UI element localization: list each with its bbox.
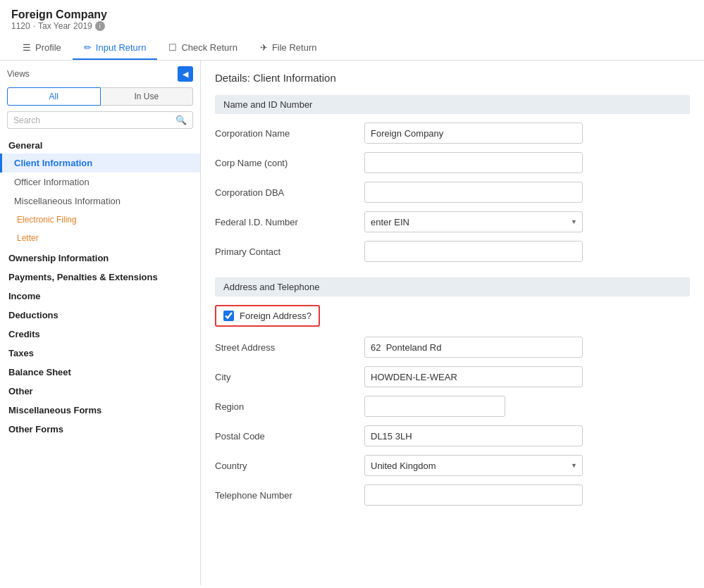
tab-input-return[interactable]: ✏ Input Return	[73, 37, 158, 60]
corp-name-input[interactable]	[364, 123, 583, 144]
main-tabs: ☰ Profile ✏ Input Return ☐ Check Return …	[11, 37, 693, 60]
corp-dba-input[interactable]	[364, 182, 583, 203]
foreign-address-checkbox[interactable]	[223, 311, 234, 321]
sidebar-scroll: General Client Information Officer Infor…	[0, 135, 200, 585]
postal-code-label: Postal Code	[215, 431, 356, 442]
sidebar-section-balance-sheet: Balance Sheet	[0, 361, 200, 380]
telephone-label: Telephone Number	[215, 490, 356, 501]
region-label: Region	[215, 401, 356, 412]
region-input[interactable]	[364, 396, 505, 417]
input-return-tab-icon: ✏	[84, 42, 92, 53]
corp-dba-row: Corporation DBA	[215, 182, 690, 203]
file-return-tab-icon: ✈	[260, 42, 268, 53]
views-toggle-button[interactable]: ◀	[178, 66, 193, 82]
sidebar-item-letter[interactable]: Letter	[0, 229, 200, 247]
street-address-row: Street Address	[215, 337, 690, 358]
tax-year-label: Tax Year	[38, 21, 70, 31]
views-tabs: All In Use	[0, 87, 200, 111]
info-icon[interactable]: i	[95, 21, 105, 31]
sidebar-section-other-forms: Other Forms	[0, 418, 200, 437]
details-section-title: Details: Client Information	[215, 72, 690, 84]
search-input[interactable]	[13, 115, 171, 125]
profile-tab-icon: ☰	[23, 42, 31, 53]
country-wrapper: United Kingdom United States Canada Aust…	[364, 455, 583, 476]
views-tab-all[interactable]: All	[7, 87, 101, 106]
telephone-input[interactable]	[364, 484, 583, 506]
sidebar-section-ownership: Ownership Information	[0, 247, 200, 266]
sidebar-item-client-info[interactable]: Client Information	[0, 154, 200, 173]
postal-code-row: Postal Code	[215, 425, 690, 446]
main-layout: Views ◀ All In Use 🔍 General Client Info…	[0, 61, 704, 585]
sidebar-section-taxes: Taxes	[0, 342, 200, 361]
name-id-section-header: Name and ID Number	[215, 95, 690, 114]
primary-contact-row: Primary Contact	[215, 241, 690, 262]
tab-file-return[interactable]: ✈ File Return	[249, 37, 328, 60]
sidebar-section-deductions: Deductions	[0, 304, 200, 323]
check-return-tab-label: Check Return	[181, 42, 237, 53]
tab-check-return[interactable]: ☐ Check Return	[157, 37, 248, 60]
form-number: 1120	[11, 21, 30, 31]
sidebar-section-income: Income	[0, 285, 200, 304]
foreign-address-label[interactable]: Foreign Address?	[240, 311, 311, 321]
city-row: City	[215, 366, 690, 387]
country-row: Country United Kingdom United States Can…	[215, 455, 690, 476]
country-select[interactable]: United Kingdom United States Canada Aust…	[364, 455, 583, 476]
sidebar-item-officer-info[interactable]: Officer Information	[0, 173, 200, 192]
search-box: 🔍	[7, 111, 193, 129]
sidebar: Views ◀ All In Use 🔍 General Client Info…	[0, 61, 201, 585]
input-return-tab-label: Input Return	[96, 42, 147, 53]
corp-name-label: Corporation Name	[215, 128, 356, 139]
sidebar-item-misc-info[interactable]: Miscellaneous Information	[0, 192, 200, 211]
federal-id-select[interactable]: enter EIN	[364, 211, 583, 232]
corp-dba-label: Corporation DBA	[215, 187, 356, 198]
country-label: Country	[215, 461, 356, 471]
city-input[interactable]	[364, 366, 583, 387]
foreign-address-row: Foreign Address?	[215, 305, 320, 327]
app-title: Foreign Company	[11, 8, 693, 21]
views-label: Views	[7, 69, 30, 79]
primary-contact-input[interactable]	[364, 241, 583, 262]
telephone-row: Telephone Number	[215, 484, 690, 506]
address-section-header: Address and Telephone	[215, 277, 690, 296]
corp-name-cont-label: Corp Name (cont)	[215, 158, 356, 168]
search-icon: 🔍	[175, 115, 187, 125]
sidebar-section-credits: Credits	[0, 323, 200, 342]
tax-year-value: 2019	[73, 21, 92, 31]
federal-id-label: Federal I.D. Number	[215, 217, 356, 227]
street-address-input[interactable]	[364, 337, 583, 358]
sidebar-section-other: Other	[0, 380, 200, 399]
main-content: Details: Client Information Name and ID …	[201, 61, 704, 585]
app-subtitle: 1120 · Tax Year 2019 i	[11, 21, 693, 31]
postal-code-input[interactable]	[364, 425, 583, 446]
sidebar-item-electronic-filing[interactable]: Electronic Filing	[0, 211, 200, 229]
file-return-tab-label: File Return	[272, 42, 317, 53]
primary-contact-label: Primary Contact	[215, 246, 356, 257]
street-address-label: Street Address	[215, 342, 356, 353]
check-return-tab-icon: ☐	[168, 42, 177, 53]
city-label: City	[215, 372, 356, 382]
corp-name-cont-input[interactable]	[364, 152, 583, 173]
corp-name-row: Corporation Name	[215, 123, 690, 144]
federal-id-wrapper: enter EIN	[364, 211, 583, 232]
views-tab-in-use[interactable]: In Use	[101, 87, 194, 106]
sidebar-section-payments: Payments, Penalties & Extensions	[0, 266, 200, 285]
sidebar-section-misc-forms: Miscellaneous Forms	[0, 399, 200, 418]
tab-profile[interactable]: ☰ Profile	[11, 37, 73, 60]
sidebar-section-general: General	[0, 135, 200, 154]
profile-tab-label: Profile	[35, 42, 61, 53]
app-header: Foreign Company 1120 · Tax Year 2019 i ☰…	[0, 0, 704, 61]
federal-id-row: Federal I.D. Number enter EIN	[215, 211, 690, 232]
corp-name-cont-row: Corp Name (cont)	[215, 152, 690, 173]
region-row: Region	[215, 396, 690, 417]
views-header: Views ◀	[0, 61, 200, 87]
